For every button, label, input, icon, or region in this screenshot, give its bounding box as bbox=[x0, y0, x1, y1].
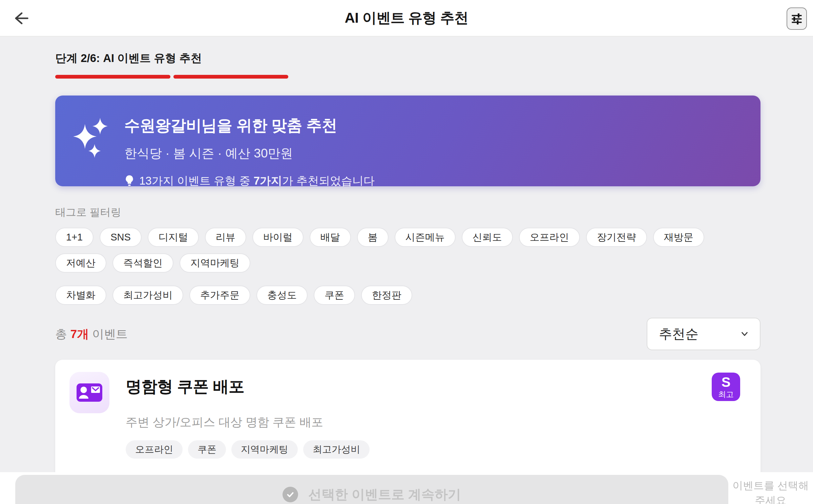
filter-chip[interactable]: 한정판 bbox=[361, 286, 412, 305]
filter-chip[interactable]: 신뢰도 bbox=[462, 228, 513, 247]
continue-button-label: 선택한 이벤트로 계속하기 bbox=[308, 485, 461, 504]
event-count-number: 7개 bbox=[70, 327, 89, 340]
check-circle-icon bbox=[283, 487, 298, 502]
grade-label: 최고 bbox=[718, 391, 734, 398]
banner-info-text: 13가지 이벤트 유형 중 7가지가 추천되었습니다 bbox=[139, 173, 375, 189]
event-title: 명함형 쿠폰 배포 bbox=[126, 376, 742, 397]
filter-chip[interactable]: 지역마케팅 bbox=[180, 253, 250, 273]
event-tag: 최고가성비 bbox=[303, 440, 370, 459]
main-content: 단계 2/6: AI 이벤트 유형 추천 수원왕갈비님을 위한 맞춤 추천 한식… bbox=[0, 51, 813, 504]
filter-chip[interactable]: SNS bbox=[100, 228, 142, 247]
filter-chip[interactable]: 차별화 bbox=[55, 286, 106, 305]
sparkles-icon bbox=[73, 117, 110, 173]
step-label: 단계 2/6: AI 이벤트 유형 추천 bbox=[55, 51, 760, 66]
event-card-text-col: 명함형 쿠폰 배포 주변 상가/오피스 대상 명함 쿠폰 배포 오프라인 쿠폰 … bbox=[126, 372, 742, 459]
filter-chip[interactable]: 장기전략 bbox=[586, 228, 647, 247]
banner-info-line: 13가지 이벤트 유형 중 7가지가 추천되었습니다 bbox=[124, 173, 375, 189]
event-card-top: 명함형 쿠폰 배포 주변 상가/오피스 대상 명함 쿠폰 배포 오프라인 쿠폰 … bbox=[69, 372, 742, 459]
event-tag: 오프라인 bbox=[126, 440, 183, 459]
banner-text-block: 수원왕갈비님을 위한 맞춤 추천 한식당 · 봄 시즌 · 예산 30만원 13… bbox=[124, 115, 375, 173]
sort-selected-value: 추천순 bbox=[659, 325, 699, 343]
chevron-down-icon bbox=[739, 329, 750, 339]
event-type-icon-box bbox=[69, 372, 109, 413]
filter-chip[interactable]: 바이럴 bbox=[252, 228, 304, 247]
tune-sliders-icon bbox=[790, 12, 804, 25]
business-card-icon bbox=[77, 383, 102, 402]
filter-chip[interactable]: 즉석할인 bbox=[112, 253, 173, 273]
event-tag: 지역마케팅 bbox=[231, 440, 298, 459]
progress-segment bbox=[410, 75, 525, 79]
filter-chip[interactable]: 오프라인 bbox=[519, 228, 580, 247]
app-header: AI 이벤트 유형 추천 bbox=[0, 0, 813, 37]
event-description: 주변 상가/오피스 대상 명함 쿠폰 배포 bbox=[126, 414, 742, 430]
bottom-action-bar: 선택한 이벤트로 계속하기 이벤트를 선택해주세요 bbox=[0, 472, 813, 504]
grade-letter: S bbox=[722, 375, 731, 389]
tag-filter-label: 태그로 필터링 bbox=[55, 205, 760, 219]
filter-chip[interactable]: 추가주문 bbox=[189, 286, 250, 305]
sort-dropdown[interactable]: 추천순 bbox=[647, 318, 760, 350]
event-count: 총 7개 이벤트 bbox=[55, 326, 128, 342]
filter-chip[interactable]: 디지털 bbox=[148, 228, 199, 247]
filter-chip[interactable]: 저예산 bbox=[55, 253, 106, 273]
continue-button[interactable]: 선택한 이벤트로 계속하기 bbox=[15, 475, 728, 504]
progress-segment bbox=[646, 75, 761, 79]
event-tag: 쿠폰 bbox=[188, 440, 226, 459]
tag-filter-chips: 1+1 SNS 디지털 리뷰 바이럴 배달 봄 시즌메뉴 신뢰도 오프라인 장기… bbox=[55, 228, 760, 305]
grade-badge: S 최고 bbox=[712, 373, 740, 401]
banner-title: 수원왕갈비님을 위한 맞춤 추천 bbox=[124, 115, 375, 136]
filter-chip[interactable]: 재방문 bbox=[653, 228, 704, 247]
ai-recommendation-banner: 수원왕갈비님을 위한 맞춤 추천 한식당 · 봄 시즌 · 예산 30만원 13… bbox=[55, 96, 760, 186]
list-header: 총 7개 이벤트 추천순 bbox=[55, 318, 760, 350]
event-tags: 오프라인 쿠폰 지역마케팅 최고가성비 bbox=[126, 440, 742, 459]
filter-chip[interactable]: 봄 bbox=[357, 228, 389, 247]
filter-chip[interactable]: 리뷰 bbox=[205, 228, 246, 247]
filter-settings-button[interactable] bbox=[787, 7, 807, 30]
progress-segment bbox=[55, 75, 170, 79]
filter-chip[interactable]: 최고가성비 bbox=[112, 286, 183, 305]
banner-subtitle: 한식당 · 봄 시즌 · 예산 30만원 bbox=[124, 145, 375, 162]
lightbulb-icon bbox=[124, 174, 134, 188]
progress-bar bbox=[55, 75, 760, 79]
progress-segment bbox=[173, 75, 289, 79]
filter-chip[interactable]: 쿠폰 bbox=[314, 286, 355, 305]
selection-helper-text: 이벤트를 선택해주세요 bbox=[728, 478, 813, 504]
progress-segment bbox=[527, 75, 643, 79]
progress-segment bbox=[291, 75, 406, 79]
page-title: AI 이벤트 유형 추천 bbox=[0, 0, 813, 36]
filter-chip[interactable]: 충성도 bbox=[256, 286, 308, 305]
filter-chip[interactable]: 시즌메뉴 bbox=[395, 228, 456, 247]
filter-chip[interactable]: 배달 bbox=[310, 228, 351, 247]
filter-chip[interactable]: 1+1 bbox=[55, 228, 93, 247]
